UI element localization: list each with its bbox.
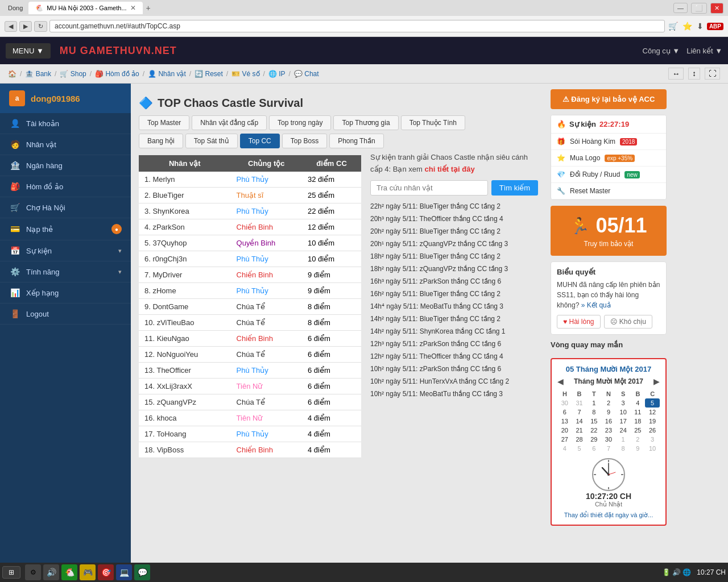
sidebar-item-homdao[interactable]: 🎒 Hòm đồ ảo	[0, 176, 131, 197]
calendar-day[interactable]: 5	[572, 444, 587, 453]
tab-top-satthu[interactable]: Top Sát thủ	[185, 134, 238, 148]
calendar-day[interactable]: 6	[557, 408, 572, 417]
sidebar-item-sukien[interactable]: 📅 Sự kiện ▾	[0, 240, 131, 261]
sidebar-item-xephang[interactable]: 📊 Xếp hạng	[0, 282, 131, 304]
taskbar-icon-5[interactable]: 🎯	[98, 564, 114, 580]
breadcrumb-veso[interactable]: 🎫 Vé số	[231, 70, 259, 78]
calendar-day[interactable]: 9	[631, 444, 646, 453]
calendar-day[interactable]: 25	[631, 426, 646, 435]
menu-btn[interactable]: MENU ▼	[6, 43, 51, 59]
calendar-day[interactable]: 7	[572, 408, 587, 417]
calendar-day[interactable]: 23	[601, 426, 616, 435]
calendar-day[interactable]: 11	[631, 408, 646, 417]
calendar-day[interactable]: 16	[601, 417, 616, 426]
calendar-day[interactable]: 15	[586, 417, 601, 426]
browser-tab[interactable]: 🐔 MU Hà Nội 2003 - Gameth... ✕	[28, 2, 142, 14]
breadcrumb-chat[interactable]: 💬 Chat	[294, 70, 319, 78]
calendar-day[interactable]: 21	[572, 426, 587, 435]
abp-btn[interactable]: ABP	[707, 23, 723, 30]
activity-link[interactable]: chi tiết tại đây	[424, 165, 474, 173]
close-btn[interactable]: ✕	[710, 3, 723, 14]
breadcrumb-nhanvat[interactable]: 👤 Nhân vật	[148, 70, 186, 78]
ket-qua-link[interactable]: » Kết quả	[581, 301, 611, 309]
breadcrumb-bank[interactable]: 🏦 Bank	[25, 70, 51, 78]
calendar-day[interactable]: 30	[601, 435, 616, 444]
orange-box[interactable]: 🏃 05/11 Truy tìm bảo vật	[551, 206, 667, 256]
calendar-day[interactable]: 29	[586, 435, 601, 444]
breadcrumb-homdao[interactable]: 🎒 Hòm đồ ảo	[95, 70, 139, 78]
calendar-day[interactable]: 10	[645, 444, 660, 453]
taskbar-icon-6[interactable]: 💻	[116, 564, 132, 580]
breadcrumb-home[interactable]: 🏠	[8, 70, 16, 78]
taskbar-icon-1[interactable]: ⚙	[25, 564, 41, 580]
taskbar-icon-7[interactable]: 💬	[134, 564, 150, 580]
vote-hailong-btn[interactable]: ♥ Hài lòng	[557, 315, 601, 329]
tab-nhanvat-dangcap[interactable]: Nhân vật đẳng cấp	[192, 115, 267, 130]
event-item-doiruby[interactable]: 💎 Đổi Ruby / Ruud new	[551, 167, 666, 183]
sidebar-item-cho[interactable]: 🛒 Chợ Hà Nội	[0, 197, 131, 218]
calendar-day[interactable]: 1	[586, 398, 601, 408]
sidebar-item-napthe[interactable]: 💳 Nạp thẻ ●	[0, 218, 131, 240]
calendar-day[interactable]: 12	[645, 408, 660, 417]
breadcrumb-reset[interactable]: 🔄 Reset	[195, 70, 223, 78]
calendar-day[interactable]: 30	[557, 398, 572, 408]
calendar-day[interactable]: 3	[645, 435, 660, 444]
tab-banghoi[interactable]: Bang hội	[139, 134, 183, 148]
calendar-day[interactable]: 2	[601, 398, 616, 408]
expand-btn[interactable]: ↔	[668, 68, 684, 80]
calendar-day[interactable]: 5	[645, 398, 660, 408]
tab-top-thuoctinh[interactable]: Top Thuộc Tính	[401, 115, 465, 130]
calendar-prev-btn[interactable]: ◀	[557, 377, 564, 386]
calendar-day[interactable]: 2	[631, 435, 646, 444]
cart-icon[interactable]: 🛒	[667, 20, 679, 32]
tab-top-thuongia[interactable]: Top Thương gia	[333, 115, 398, 130]
register-acc-btn[interactable]: ⚠ Đăng ký lại bảo vệ ACC	[551, 89, 667, 109]
close-icon[interactable]: ✕	[130, 4, 136, 12]
calendar-day[interactable]: 7	[601, 444, 616, 453]
calendar-day[interactable]: 18	[631, 417, 646, 426]
calendar-day[interactable]: 28	[572, 435, 587, 444]
bookmark-icon[interactable]: ⭐	[681, 20, 693, 32]
fullscreen-btn[interactable]: ⛶	[705, 68, 720, 80]
calendar-day[interactable]: 9	[601, 408, 616, 417]
taskbar-icon-4[interactable]: 🎮	[80, 564, 96, 580]
calendar-day[interactable]: 14	[572, 417, 587, 426]
calendar-settings-link[interactable]: Thay đổi thiết đặt ngày và giờ...	[557, 512, 660, 519]
tab-phong-than[interactable]: Phong Thần	[329, 134, 384, 148]
tab-top-boss[interactable]: Top Boss	[282, 134, 327, 148]
calendar-day[interactable]: 20	[557, 426, 572, 435]
url-bar[interactable]	[49, 20, 665, 32]
calendar-day[interactable]: 24	[616, 426, 631, 435]
calendar-day[interactable]: 22	[586, 426, 601, 435]
sidebar-item-taikhoan[interactable]: 👤 Tài khoản	[0, 113, 131, 134]
vote-khochu-btn[interactable]: ☹ Khó chịu	[604, 315, 652, 329]
minimize-btn[interactable]: —	[673, 3, 688, 13]
tab-top-master[interactable]: Top Master	[139, 115, 189, 130]
event-item-mualogo[interactable]: ⭐ Mua Logo exp +35%	[551, 150, 666, 167]
calendar-day[interactable]: 26	[645, 426, 660, 435]
sidebar-item-nhanvat[interactable]: 🧑 Nhân vật	[0, 134, 131, 155]
breadcrumb-ip[interactable]: 🌐 IP	[268, 70, 286, 78]
calendar-day[interactable]: 4	[631, 398, 646, 408]
back-btn[interactable]: ◀	[5, 21, 17, 32]
calendar-day[interactable]: 19	[645, 417, 660, 426]
start-btn[interactable]: ⊞	[2, 566, 20, 579]
sidebar-item-tinhnang[interactable]: ⚙️ Tính năng ▾	[0, 261, 131, 282]
calendar-day[interactable]: 27	[557, 435, 572, 444]
calendar-day[interactable]: 8	[616, 444, 631, 453]
maximize-btn[interactable]: ⬜	[691, 3, 707, 14]
event-item-resetmaster[interactable]: 🔧 Reset Master	[551, 183, 666, 199]
calendar-day[interactable]: 31	[572, 398, 587, 408]
event-item-soihoangkim[interactable]: 🎁 Sói Hoàng Kim 2018	[551, 134, 666, 150]
search-input[interactable]	[370, 180, 488, 196]
lien-ket-link[interactable]: Liên kết ▼	[686, 47, 722, 55]
calendar-day[interactable]: 17	[616, 417, 631, 426]
calendar-day[interactable]: 8	[586, 408, 601, 417]
sidebar-item-logout[interactable]: 🚪 Logout	[0, 304, 131, 325]
sidebar-item-nganhang[interactable]: 🏦 Ngân hàng	[0, 155, 131, 176]
cong-cu-link[interactable]: Công cụ ▼	[643, 47, 680, 55]
calendar-next-btn[interactable]: ▶	[653, 377, 660, 386]
calendar-day[interactable]: 4	[557, 444, 572, 453]
calendar-day[interactable]: 1	[616, 435, 631, 444]
taskbar-icon-2[interactable]: 🔊	[43, 564, 59, 580]
